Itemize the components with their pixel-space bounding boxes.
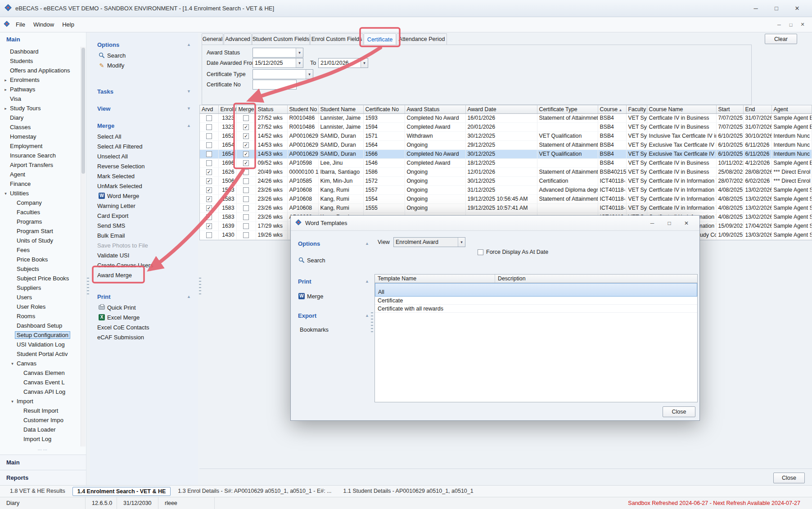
dialog-close-button[interactable]: Close [663,406,695,417]
arvd-checkbox[interactable] [206,160,212,166]
certificate-no-input[interactable] [253,80,297,90]
nav-item-avetmiss[interactable]: ▸Avetmiss [0,444,80,446]
nav-item-dashboard[interactable]: Dashboard [0,47,80,56]
arvd-checkbox[interactable]: ✓ [206,178,212,184]
task-search[interactable]: Search [90,50,198,60]
tab-certificate[interactable]: Certificate [364,33,396,45]
arvd-checkbox[interactable]: ✓ [206,205,212,211]
table-row[interactable]: ✓162620/49 wks00000100 1Ibarra, Santiago… [200,167,812,176]
merge-checkbox[interactable] [243,169,249,175]
nav-item-canvas-event-l[interactable]: Canvas Event L [0,378,80,387]
arvd-checkbox[interactable] [206,232,212,238]
dialog-close-icon[interactable]: ✕ [678,216,695,231]
nav-item-enrolments[interactable]: ▸Enrolments [0,75,80,85]
col-header-course[interactable]: Course ▲ [598,105,626,113]
col-header-start[interactable]: Start [716,105,743,113]
nav-item-pathways[interactable]: ▸Pathways [0,85,80,94]
col-header-faculty[interactable]: Faculty [626,105,647,113]
template-row[interactable]: Certificate [375,297,697,305]
col-header-end[interactable]: End [743,105,771,113]
col-header-enrol[interactable]: Enrol # [218,105,236,113]
date-to-input[interactable]: 21/01/2026 ▾ [318,58,368,68]
view-combo[interactable]: Enrolment Award ▾ [393,237,465,247]
dialog-splitter-grip[interactable] [371,312,373,332]
merge-checkbox[interactable] [243,115,249,121]
table-row[interactable]: 132327/52 wksR0010486Lannister, Jaime159… [200,113,812,122]
task-ecaf-submission[interactable]: eCAF Submission [90,332,198,342]
task-word-merge[interactable]: WWord Merge [90,191,198,201]
dialog-minimize-button[interactable]: ─ [644,216,661,231]
table-row[interactable]: 1323✓27/52 wksR0010486Lannister, Jaime15… [200,122,812,131]
nav-item-study-tours[interactable]: ▸Study Tours [0,104,80,113]
tab-enrol-custom-fields[interactable]: Enrol Custom Fields [310,33,363,45]
nav-item-usi-validation-log[interactable]: USI Validation Log [0,340,80,349]
section-header-view[interactable]: View▼ [90,103,198,114]
nav-item-users[interactable]: Users [0,293,80,302]
col-header-student-name[interactable]: Student Name [318,105,363,113]
section-header-merge[interactable]: Merge▲ [90,120,198,131]
table-row[interactable]: 1654✓14/53 wksAP0010629SAMID, Duran1566C… [200,149,812,158]
clear-button[interactable]: Clear [765,34,797,44]
task-select-all[interactable]: Select All [90,131,198,141]
menu-file[interactable]: File [12,19,29,30]
merge-checkbox[interactable] [243,232,249,238]
nav-item-canvas-api-log[interactable]: Canvas API Log [0,387,80,396]
task-save-photos-to-file[interactable]: Save Photos to File [90,240,198,250]
template-row[interactable]: Certificate with all rewards [375,305,697,313]
sidebar-footer-reports[interactable]: Reports [0,470,86,485]
menu-help[interactable]: Help [58,19,78,30]
task-create-canvas-users[interactable]: Create Canvas Users [90,260,198,270]
dialog-search-button[interactable]: Search [297,255,369,265]
nav-item-homestay[interactable]: Homestay [0,132,80,141]
col-header-arvd[interactable]: Arvd [200,105,218,113]
nav-item-customer-impo[interactable]: Customer Impo [0,415,80,425]
sidebar-footer-main[interactable]: Main [0,455,86,470]
sidebar-scrollbar[interactable] [81,47,86,446]
nav-item-import[interactable]: ▾Import [0,396,80,406]
arvd-checkbox[interactable]: ✓ [206,214,212,220]
merge-checkbox[interactable]: ✓ [243,151,249,157]
col-header-merge[interactable]: Merge [236,105,256,113]
merge-checkbox[interactable]: ✓ [243,133,249,139]
content-close-button[interactable]: Close [773,473,805,483]
template-name-header[interactable]: Template Name [375,275,495,283]
tab-attendance-period[interactable]: Attendance Period [397,33,447,45]
nav-item-fees[interactable]: Fees [0,245,80,255]
dialog-maximize-button[interactable]: □ [661,216,678,231]
table-row[interactable]: ✓158323/26 wksAP10608Kang, Rumi1557Ongoi… [200,185,812,194]
tab-general[interactable]: General [202,33,223,45]
nav-item-subject-price-books[interactable]: Subject Price Books [0,274,80,283]
arvd-checkbox[interactable]: ✓ [206,169,212,175]
arvd-checkbox[interactable]: ✓ [206,196,212,202]
scrollbar-thumb[interactable] [81,48,85,174]
nav-item-faculties[interactable]: Faculties [0,207,80,217]
nav-item-insurance-search[interactable]: Insurance Search [0,151,80,160]
nav-item-import-log[interactable]: Import Log [0,434,80,444]
col-header-award-date[interactable]: Award Date [465,105,537,113]
merge-checkbox[interactable] [243,178,249,184]
dialog-bookmarks-button[interactable]: Bookmarks [297,324,369,334]
nav-item-agent[interactable]: Agent [0,170,80,179]
mdi-close-button[interactable]: ✕ [797,20,808,30]
col-header-certificate-no[interactable]: Certificate No [363,105,405,113]
task-select-all-filtered[interactable]: Select All Filtered [90,141,198,151]
nav-item-finance[interactable]: Finance [0,179,80,189]
doc-tab[interactable]: 1.3 Enrol Details - S#: AP0010629 a0510_… [173,487,336,496]
task-unselect-all[interactable]: Unselect All [90,151,198,161]
mdi-minimize-button[interactable]: ─ [773,20,785,30]
task-unmark-selected[interactable]: UnMark Selected [90,181,198,191]
nav-item-visa[interactable]: Visa [0,94,80,104]
task-excel-merge[interactable]: XExcel Merge [90,312,198,322]
nav-item-canvas-elemen[interactable]: Canvas Elemen [0,368,80,378]
task-send-sms[interactable]: Send SMS [90,221,198,230]
description-header[interactable]: Description [495,275,697,283]
task-warning-letter[interactable]: Warning Letter [90,201,198,211]
task-modify[interactable]: ✎Modify [90,60,198,70]
arvd-checkbox[interactable] [206,151,212,157]
task-award-merge[interactable]: Award Merge [90,270,198,280]
nav-item-diary[interactable]: Diary [0,113,80,122]
arvd-checkbox[interactable] [206,115,212,121]
table-row[interactable]: ✓158323/26 wksAP10608Kang, Rumi1555Ongoi… [200,203,812,212]
nav-item-classes[interactable]: Classes [0,122,80,132]
tab-advanced[interactable]: Advanced [224,33,252,45]
